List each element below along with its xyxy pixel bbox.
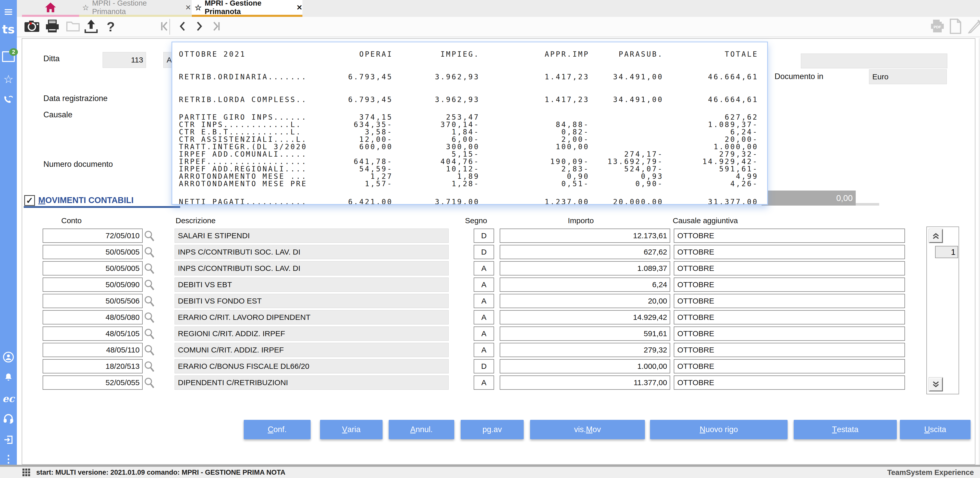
favorites-star-icon[interactable]: ☆ (0, 72, 17, 86)
tab-star-icon[interactable]: ☆ (82, 3, 89, 12)
descrizione-field[interactable]: INPS C/CONTRIBUTI SOC. LAV. DI (175, 245, 449, 259)
search-icon[interactable] (143, 278, 155, 291)
descrizione-field[interactable]: SALARI E STIPENDI (175, 229, 449, 243)
tab-star-icon[interactable]: ☆ (195, 3, 202, 12)
help-icon[interactable]: ? (107, 19, 115, 35)
conto-input[interactable]: 48/05/105 (43, 327, 143, 341)
importo-input[interactable]: 14.929,42 (500, 310, 670, 324)
segno-input[interactable]: A (474, 261, 494, 275)
search-icon[interactable] (143, 246, 155, 259)
tab-label[interactable]: MPRI - Gestione Primanota (205, 0, 290, 16)
scroll-top-button[interactable] (929, 229, 943, 243)
descrizione-field[interactable]: DEBITI VS EBT (175, 278, 449, 292)
search-icon[interactable] (143, 360, 155, 373)
importo-input[interactable]: 11.377,00 (500, 375, 670, 390)
conto-input[interactable]: 48/05/110 (43, 343, 143, 357)
search-icon[interactable] (143, 311, 155, 324)
next-record-icon[interactable] (193, 21, 205, 33)
ditta-input[interactable]: 113 (103, 52, 146, 68)
causale-aggiuntiva-input[interactable]: OTTOBRE (674, 278, 905, 292)
first-record-icon[interactable] (160, 21, 171, 33)
scroll-bottom-button[interactable] (929, 378, 943, 391)
causale-aggiuntiva-input[interactable]: OTTOBRE (674, 310, 905, 324)
search-icon[interactable] (143, 230, 155, 242)
conto-input[interactable]: 50/05/506 (43, 294, 143, 308)
tab-close-icon[interactable]: ✕ (297, 3, 302, 12)
importo-input[interactable]: 12.173,61 (500, 229, 670, 243)
descrizione-field[interactable]: ERARIO C/RIT. LAVORO DIPENDENT (175, 310, 449, 324)
print-icon[interactable] (45, 19, 60, 35)
button-varia[interactable]: Varia (320, 420, 383, 439)
causale-aggiuntiva-input[interactable]: OTTOBRE (674, 294, 905, 308)
search-icon[interactable] (143, 295, 155, 308)
headset-icon[interactable] (0, 412, 17, 426)
last-record-icon[interactable] (210, 21, 221, 33)
folder-icon[interactable] (66, 20, 80, 33)
conto-input[interactable]: 50/05/090 (43, 278, 143, 292)
causale-aggiuntiva-input[interactable]: OTTOBRE (674, 229, 905, 243)
importo-input[interactable]: 279,32 (500, 343, 670, 357)
importo-input[interactable]: 1.089,37 (500, 261, 670, 275)
causale-aggiuntiva-input[interactable]: OTTOBRE (674, 375, 905, 390)
edit-icon[interactable] (967, 19, 980, 35)
button-nuovo-rigo[interactable]: Nuovo rigo (650, 420, 788, 439)
conto-input[interactable]: 52/05/055 (43, 375, 143, 390)
windows-copy-icon[interactable]: 2 (0, 49, 17, 64)
segno-input[interactable]: A (474, 343, 494, 357)
conto-input[interactable]: 72/05/010 (43, 229, 143, 243)
header-extra-field[interactable] (801, 54, 947, 68)
importo-input[interactable]: 1.000,00 (500, 359, 670, 373)
search-icon[interactable] (143, 344, 155, 357)
segno-input[interactable]: A (474, 294, 494, 308)
causale-aggiuntiva-input[interactable]: OTTOBRE (674, 359, 905, 373)
descrizione-field[interactable]: INPS C/CONTRIBUTI SOC. LAV. DI (175, 261, 449, 275)
button-pg-av[interactable]: pg.av (461, 420, 524, 439)
conto-input[interactable]: 18/20/513 (43, 359, 143, 373)
descrizione-field[interactable]: DIPENDENTI C/RETRIBUZIONI (175, 375, 449, 390)
tab-label[interactable]: MPRI - Gestione Primanota (92, 0, 178, 16)
user-icon[interactable] (0, 350, 17, 364)
tab-gestione-primanota-2[interactable]: ☆ MPRI - Gestione Primanota ✕ (192, 0, 302, 15)
button-testata[interactable]: Testata (794, 420, 897, 439)
segno-input[interactable]: A (474, 375, 494, 390)
segno-input[interactable]: D (474, 359, 494, 373)
new-document-icon[interactable] (949, 19, 962, 35)
page-number-field[interactable]: 1 (935, 246, 958, 258)
conto-input[interactable]: 50/05/005 (43, 245, 143, 259)
search-icon[interactable] (143, 376, 155, 389)
causale-aggiuntiva-input[interactable]: OTTOBRE (674, 245, 905, 259)
button-uscita[interactable]: Uscita (900, 420, 970, 439)
causale-aggiuntiva-input[interactable]: OTTOBRE (674, 327, 905, 341)
ec-logo-icon[interactable]: ec (0, 391, 17, 406)
segno-input[interactable]: D (474, 245, 494, 259)
search-icon[interactable] (143, 327, 155, 340)
importo-input[interactable]: 591,61 (500, 327, 670, 341)
logout-icon[interactable] (0, 433, 17, 447)
importo-input[interactable]: 627,62 (500, 245, 670, 259)
tab-close-icon[interactable]: ✕ (185, 3, 191, 12)
tab-home[interactable] (22, 0, 79, 15)
grid-icon[interactable] (22, 468, 30, 476)
search-icon[interactable] (143, 262, 155, 275)
segno-input[interactable]: A (474, 327, 494, 341)
segno-input[interactable]: D (474, 229, 494, 243)
importo-input[interactable]: 20,00 (500, 294, 670, 308)
ditta-description-field[interactable]: A (163, 52, 172, 68)
conto-input[interactable]: 50/05/005 (43, 261, 143, 275)
button-annul[interactable]: Annul. (389, 420, 454, 439)
movimenti-checkbox[interactable]: ✓ (24, 195, 35, 206)
phone-icon[interactable] (0, 92, 17, 106)
causale-aggiuntiva-input[interactable]: OTTOBRE (674, 343, 905, 357)
importo-input[interactable]: 6,24 (500, 278, 670, 292)
conto-input[interactable]: 48/05/080 (43, 310, 143, 324)
button-vis-mov[interactable]: vis. Mov (530, 420, 645, 439)
tab-gestione-primanota-1[interactable]: ☆ MPRI - Gestione Primanota ✕ (79, 0, 191, 15)
bell-icon[interactable] (0, 370, 17, 385)
segno-input[interactable]: A (474, 278, 494, 292)
camera-icon[interactable] (24, 20, 40, 34)
prev-record-icon[interactable] (177, 21, 188, 33)
button-conf[interactable]: Conf. (244, 420, 310, 439)
descrizione-field[interactable]: REGIONI C/RIT. ADDIZ. IRPEF (175, 327, 449, 341)
upload-icon[interactable] (84, 19, 99, 35)
descrizione-field[interactable]: COMUNI C/RIT. ADDIZ. IRPEF (175, 343, 449, 357)
